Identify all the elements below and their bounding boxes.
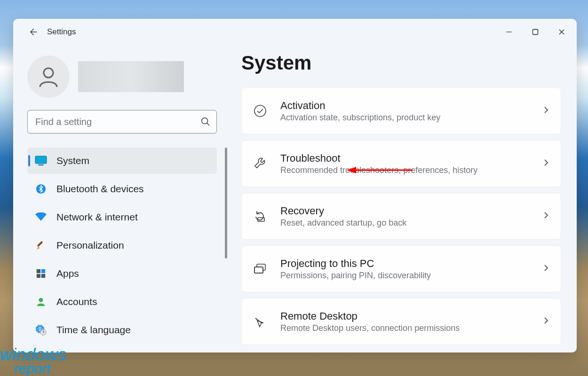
settings-cards: Activation Activation state, subscriptio… <box>241 87 561 345</box>
card-subtitle: Recommended troubleshooters, preferences… <box>280 165 530 175</box>
chevron-right-icon <box>542 316 550 327</box>
chevron-right-icon <box>542 264 550 274</box>
sidebar-nav: System Bluetooth & devices Network & int… <box>27 148 230 345</box>
svg-rect-9 <box>41 269 45 273</box>
sidebar-item-time[interactable]: Time & language <box>27 317 217 343</box>
search-input-container[interactable] <box>27 110 217 133</box>
card-title: Recovery <box>280 205 530 217</box>
wifi-icon <box>35 211 47 223</box>
svg-point-12 <box>39 298 43 302</box>
sidebar-scrollbar[interactable] <box>225 148 227 258</box>
watermark-line1: windows <box>0 348 67 362</box>
search-input[interactable] <box>35 117 200 127</box>
globe-clock-icon <box>35 324 47 336</box>
wrench-icon <box>252 156 268 172</box>
avatar <box>27 55 70 98</box>
card-subtitle: Permissions, pairing PIN, discoverabilit… <box>280 271 530 281</box>
recovery-icon <box>252 208 268 224</box>
back-button[interactable] <box>24 23 42 41</box>
sidebar-item-apps[interactable]: Apps <box>27 260 217 287</box>
page-title: System <box>241 52 566 74</box>
svg-rect-3 <box>35 156 47 164</box>
card-title: Troubleshoot <box>280 152 530 164</box>
sidebar: System Bluetooth & devices Network & int… <box>13 45 241 352</box>
svg-rect-8 <box>37 269 40 273</box>
card-remote-desktop[interactable]: Remote Desktop Remote Desktop users, con… <box>241 298 561 345</box>
card-title: Activation <box>280 100 530 112</box>
system-icon <box>35 155 47 167</box>
sidebar-item-label: Apps <box>56 268 79 279</box>
sidebar-item-label: System <box>56 155 89 166</box>
paintbrush-icon <box>35 239 47 251</box>
chevron-right-icon <box>542 158 550 169</box>
svg-rect-11 <box>41 274 45 278</box>
sidebar-item-bluetooth[interactable]: Bluetooth & devices <box>27 176 217 202</box>
window-title: Settings <box>47 27 76 37</box>
account-name-redacted <box>78 61 184 92</box>
window-body: System Bluetooth & devices Network & int… <box>13 45 577 352</box>
sidebar-item-label: Time & language <box>56 324 131 336</box>
card-subtitle: Remote Desktop users, connection permiss… <box>280 323 530 333</box>
card-activation[interactable]: Activation Activation state, subscriptio… <box>241 87 561 134</box>
settings-window: Settings <box>13 19 577 352</box>
card-projecting[interactable]: Projecting to this PC Permissions, pairi… <box>241 245 561 292</box>
card-subtitle: Reset, advanced startup, go back <box>280 218 530 228</box>
svg-point-2 <box>202 118 208 124</box>
chevron-right-icon <box>542 211 550 221</box>
card-subtitle: Activation state, subscriptions, product… <box>280 113 530 123</box>
account-header[interactable] <box>27 55 230 98</box>
sidebar-item-label: Personalization <box>56 240 124 251</box>
person-icon <box>35 296 47 308</box>
watermark: windows report <box>0 348 67 374</box>
main-content: System Activation Activation state, subs… <box>241 45 577 352</box>
sidebar-item-label: Bluetooth & devices <box>56 183 144 195</box>
maximize-button[interactable] <box>522 22 548 42</box>
title-bar: Settings <box>13 19 577 45</box>
remote-desktop-icon <box>252 313 268 329</box>
check-circle-icon <box>252 103 268 119</box>
close-button[interactable] <box>548 22 575 42</box>
chevron-right-icon <box>542 106 550 116</box>
minimize-button[interactable] <box>496 22 522 42</box>
bluetooth-icon <box>35 183 47 195</box>
sidebar-item-label: Accounts <box>56 296 97 307</box>
sidebar-item-label: Network & internet <box>56 212 138 223</box>
sidebar-item-system[interactable]: System <box>27 148 217 174</box>
search-icon <box>200 117 211 127</box>
sidebar-item-network[interactable]: Network & internet <box>27 204 217 230</box>
svg-point-1 <box>44 68 53 78</box>
apps-icon <box>35 267 47 280</box>
card-title: Remote Desktop <box>280 310 530 322</box>
svg-rect-5 <box>38 164 44 165</box>
svg-rect-18 <box>254 267 263 273</box>
sidebar-item-accounts[interactable]: Accounts <box>27 289 217 315</box>
card-recovery[interactable]: Recovery Reset, advanced startup, go bac… <box>241 193 561 240</box>
svg-rect-10 <box>37 274 40 278</box>
svg-point-15 <box>254 105 266 117</box>
search-wrap <box>27 110 230 133</box>
svg-rect-7 <box>37 241 43 247</box>
card-title: Projecting to this PC <box>280 258 530 270</box>
screens-icon <box>252 261 268 277</box>
svg-rect-0 <box>533 30 538 35</box>
sidebar-item-personalization[interactable]: Personalization <box>27 232 217 258</box>
card-troubleshoot[interactable]: Troubleshoot Recommended troubleshooters… <box>241 140 561 187</box>
